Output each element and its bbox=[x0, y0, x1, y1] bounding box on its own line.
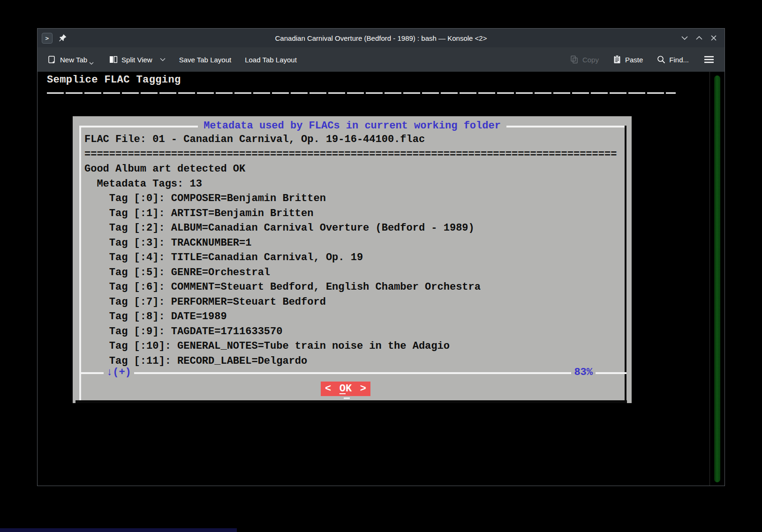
split-view-button[interactable]: Split View bbox=[109, 55, 166, 64]
load-tab-layout-label: Load Tab Layout bbox=[245, 56, 297, 64]
ok-label: OK bbox=[340, 383, 352, 395]
find-button[interactable]: Find... bbox=[656, 55, 689, 64]
dialog-line-tag3: Tag [:3]: TRACKNUMBER=1 bbox=[84, 236, 617, 251]
copy-label: Copy bbox=[582, 56, 599, 64]
terminal-heading-rule bbox=[47, 92, 676, 94]
copy-button[interactable]: Copy bbox=[570, 55, 599, 64]
dialog-line-tag1: Tag [:1]: ARTIST=Benjamin Britten bbox=[84, 206, 617, 221]
search-icon bbox=[656, 55, 666, 64]
save-tab-layout-label: Save Tab Layout bbox=[179, 56, 231, 64]
find-label: Find... bbox=[669, 56, 689, 64]
toolbar-right-group: Copy Paste bbox=[570, 55, 715, 64]
pin-icon[interactable] bbox=[59, 34, 67, 42]
dialog-scroll-gauge: ↓(+) 83% bbox=[79, 366, 626, 379]
new-tab-icon bbox=[47, 55, 57, 64]
split-view-label: Split View bbox=[121, 56, 152, 64]
konsole-app-icon[interactable]: > bbox=[42, 33, 53, 44]
ok-hotkey: O bbox=[340, 383, 346, 395]
gauge-line bbox=[79, 372, 626, 374]
dialog-line-tag6: Tag [:6]: COMMENT=Steuart Bedford, Engli… bbox=[84, 280, 617, 295]
paste-label: Paste bbox=[625, 56, 643, 64]
maximize-icon[interactable] bbox=[695, 34, 703, 42]
split-view-caret-icon bbox=[160, 58, 166, 61]
new-tab-button[interactable]: New Tab bbox=[47, 55, 95, 64]
scroll-percentage: 83% bbox=[571, 367, 596, 378]
paste-button[interactable]: Paste bbox=[612, 55, 643, 64]
dialog-border-right bbox=[625, 126, 626, 403]
load-tab-layout-button[interactable]: Load Tab Layout bbox=[245, 56, 297, 64]
ok-button[interactable]: < OK > bbox=[321, 382, 370, 396]
dialog-line-tag9: Tag [:9]: TAGDATE=1711633570 bbox=[84, 324, 617, 339]
bottom-strip bbox=[0, 528, 237, 532]
terminal-heading: Semplice FLAC Tagging bbox=[47, 74, 181, 86]
dialog-line-tag7: Tag [:7]: PERFORMER=Steuart Bedford bbox=[84, 295, 617, 310]
more-content-indicator: ↓(+) bbox=[104, 367, 134, 378]
metadata-dialog: Metadata used by FLACs in current workin… bbox=[73, 116, 632, 403]
dialog-body: FLAC File: 01 - Canadian Carnival, Op. 1… bbox=[84, 132, 617, 368]
copy-icon bbox=[570, 55, 579, 64]
scrollbar-divider bbox=[709, 72, 710, 486]
save-tab-layout-button[interactable]: Save Tab Layout bbox=[179, 56, 231, 64]
dialog-line-tag10: Tag [:10]: GENERAL_NOTES=Tube train nois… bbox=[84, 339, 617, 354]
dialog-line-tag0: Tag [:0]: COMPOSER=Benjamin Britten bbox=[84, 191, 617, 206]
cursor-dash bbox=[344, 397, 350, 399]
dialog-line-tagcount: Metadata Tags: 13 bbox=[84, 177, 617, 192]
close-icon[interactable] bbox=[709, 34, 718, 42]
dialog-title-text: Metadata used by FLACs in current workin… bbox=[198, 120, 506, 132]
minimize-icon[interactable] bbox=[680, 34, 689, 42]
dialog-line-tag5: Tag [:5]: GENRE=Orchestral bbox=[84, 265, 617, 280]
dialog-line-tag4: Tag [:4]: TITLE=Canadian Carnival, Op. 1… bbox=[84, 250, 617, 265]
hamburger-menu-button[interactable] bbox=[703, 55, 715, 64]
ok-right-bracket: > bbox=[360, 383, 366, 395]
terminal-scrollbar[interactable] bbox=[714, 75, 720, 482]
dialog-line-albumart: Good Album art detected OK bbox=[84, 162, 617, 177]
dialog-border-left bbox=[79, 126, 81, 400]
new-tab-caret-icon bbox=[89, 62, 94, 65]
terminal-view[interactable]: Semplice FLAC Tagging Metadata used by F… bbox=[38, 72, 724, 486]
dialog-line-tag2: Tag [:2]: ALBUM=Canadian Carnival Overtu… bbox=[84, 221, 617, 236]
window-title: Canadian Carnival Overture (Bedford - 19… bbox=[94, 34, 668, 42]
ok-label-rest: K bbox=[346, 383, 352, 395]
window-controls bbox=[680, 34, 718, 42]
split-view-icon bbox=[109, 55, 118, 64]
new-tab-label: New Tab bbox=[60, 56, 87, 64]
paste-icon bbox=[612, 55, 622, 64]
dialog-line-flac-file: FLAC File: 01 - Canadian Carnival, Op. 1… bbox=[84, 132, 617, 147]
konsole-window: > Canadian Carnival Overture (Bedford - … bbox=[37, 28, 725, 486]
titlebar: > Canadian Carnival Overture (Bedford - … bbox=[38, 29, 724, 47]
toolbar-left-group: New Tab Split View bbox=[47, 55, 297, 64]
ok-left-bracket: < bbox=[325, 383, 331, 395]
desktop-background: > Canadian Carnival Overture (Bedford - … bbox=[0, 0, 762, 532]
dialog-border-bottom bbox=[75, 400, 627, 403]
dialog-title: Metadata used by FLACs in current workin… bbox=[73, 120, 632, 132]
dialog-line-tag8: Tag [:8]: DATE=1989 bbox=[84, 309, 617, 324]
toolbar: New Tab Split View bbox=[38, 47, 724, 72]
dialog-line-separator: ========================================… bbox=[84, 147, 617, 162]
hamburger-icon bbox=[703, 55, 715, 64]
